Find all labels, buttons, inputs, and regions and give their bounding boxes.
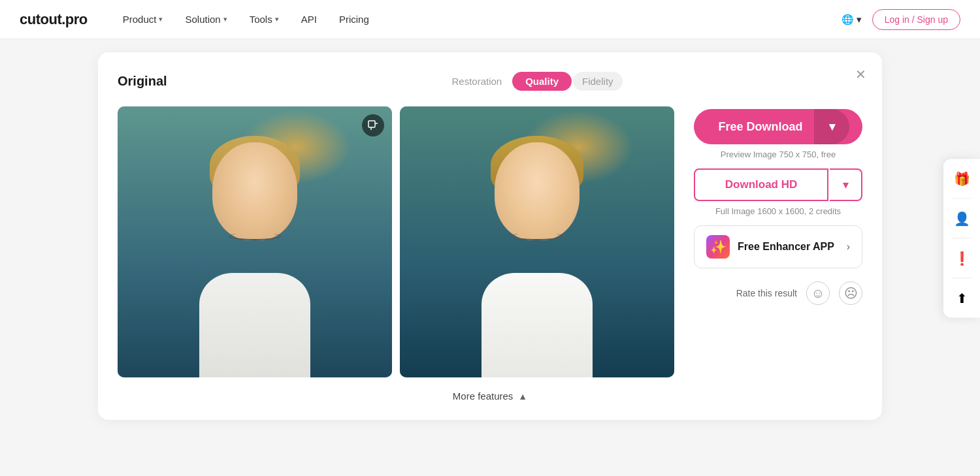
nav-item-solution[interactable]: Solution ▾ <box>176 10 236 29</box>
download-hd-button[interactable]: Download HD <box>694 168 828 201</box>
gift-icon[interactable]: 🎁 <box>949 165 975 191</box>
nav-label-api: API <box>301 14 317 25</box>
rate-happy-button[interactable]: ☺ <box>806 281 830 305</box>
upload-icon[interactable]: ⬆ <box>949 285 975 311</box>
nav-item-api[interactable]: API <box>292 10 326 29</box>
lang-icon: 🌐 <box>841 14 854 25</box>
portrait-figure-enhanced <box>452 129 622 377</box>
language-selector[interactable]: 🌐 ▾ <box>841 14 862 25</box>
free-download-label: Free Download <box>694 120 814 134</box>
download-hd-arrow-button[interactable]: ▾ <box>830 168 862 201</box>
tab-group: Restoration Quality Fidelity <box>442 72 622 91</box>
download-hd-arrow-icon: ▾ <box>843 178 849 192</box>
app-emoji-icon: ✨ <box>710 239 727 255</box>
nav-item-product[interactable]: Product ▾ <box>114 10 172 29</box>
floating-divider-3 <box>952 278 972 278</box>
enhancer-app-icon: ✨ <box>706 235 730 259</box>
close-button[interactable]: ✕ <box>855 68 866 81</box>
navbar: cutout.pro Product ▾ Solution ▾ Tools ▾ … <box>0 0 980 39</box>
enhanced-image-container <box>400 106 674 377</box>
rate-label: Rate this result <box>694 288 797 298</box>
full-image-info: Full Image 1600 x 1600, 2 credits <box>694 206 862 216</box>
enhancer-app-button[interactable]: ✨ Free Enhancer APP › <box>694 225 862 268</box>
preview-info: Preview Image 750 x 750, free <box>694 150 862 159</box>
tab-restoration[interactable]: Restoration <box>442 72 511 91</box>
rate-row: Rate this result ☺ ☹ <box>694 281 862 305</box>
tab-fidelity[interactable]: Fidelity <box>573 72 623 91</box>
chevron-product-icon: ▾ <box>159 15 163 24</box>
head-enhanced <box>495 142 580 240</box>
card-title: Original <box>118 74 203 89</box>
more-features-button[interactable]: More features ▲ <box>118 377 862 404</box>
nav-item-tools[interactable]: Tools ▾ <box>240 10 288 29</box>
necklace-original <box>229 232 281 240</box>
nav-label-product: Product <box>123 14 157 25</box>
lang-chevron-icon: ▾ <box>857 14 862 25</box>
free-download-button[interactable]: Free Download ▾ <box>694 109 862 144</box>
login-button[interactable]: Log in / Sign up <box>872 9 960 30</box>
enhanced-image <box>400 106 674 377</box>
enhancer-app-label: Free Enhancer APP <box>738 241 834 253</box>
floating-divider-1 <box>952 198 972 198</box>
chevron-tools-icon: ▾ <box>275 15 279 24</box>
rate-sad-button[interactable]: ☹ <box>839 281 862 305</box>
chevron-solution-icon: ▾ <box>223 15 227 24</box>
download-hd-row: Download HD ▾ <box>694 168 862 201</box>
head-original <box>212 142 297 240</box>
nav-label-solution: Solution <box>185 14 220 25</box>
result-card: Original Restoration Quality Fidelity ✕ <box>98 52 882 420</box>
svg-rect-0 <box>368 121 375 127</box>
enhancer-app-arrow-icon: › <box>847 241 850 253</box>
more-features-arrow-icon: ▲ <box>518 391 527 402</box>
happy-face-icon: ☺ <box>811 286 825 301</box>
body-original <box>199 273 310 377</box>
more-features-label: More features <box>453 390 514 402</box>
necklace-enhanced <box>511 232 563 240</box>
body-enhanced <box>482 273 593 377</box>
alert-icon[interactable]: ❗ <box>949 245 975 271</box>
nav-label-tools: Tools <box>250 14 272 25</box>
floating-panel: 🎁 👤 ❗ ⬆ <box>943 159 980 317</box>
floating-divider-2 <box>952 238 972 238</box>
free-download-arrow-icon: ▾ <box>814 109 849 144</box>
sad-face-icon: ☹ <box>844 285 858 301</box>
main-content: Original Restoration Quality Fidelity ✕ <box>0 39 980 433</box>
card-header: Original Restoration Quality Fidelity ✕ <box>118 72 862 91</box>
original-image-container <box>118 106 392 377</box>
nav-label-pricing: Pricing <box>339 14 369 25</box>
images-row: Free Download ▾ Preview Image 750 x 750,… <box>118 106 862 377</box>
crop-button[interactable] <box>362 114 384 136</box>
tab-quality[interactable]: Quality <box>512 72 572 91</box>
original-image <box>118 106 392 377</box>
nav-links: Product ▾ Solution ▾ Tools ▾ API Pricing <box>114 10 841 29</box>
avatar-icon[interactable]: 👤 <box>949 205 975 231</box>
brand-logo[interactable]: cutout.pro <box>20 11 88 28</box>
navbar-right: 🌐 ▾ Log in / Sign up <box>841 9 960 30</box>
nav-item-pricing[interactable]: Pricing <box>330 10 378 29</box>
portrait-figure-original <box>170 129 340 377</box>
right-panel: Free Download ▾ Preview Image 750 x 750,… <box>694 106 862 305</box>
